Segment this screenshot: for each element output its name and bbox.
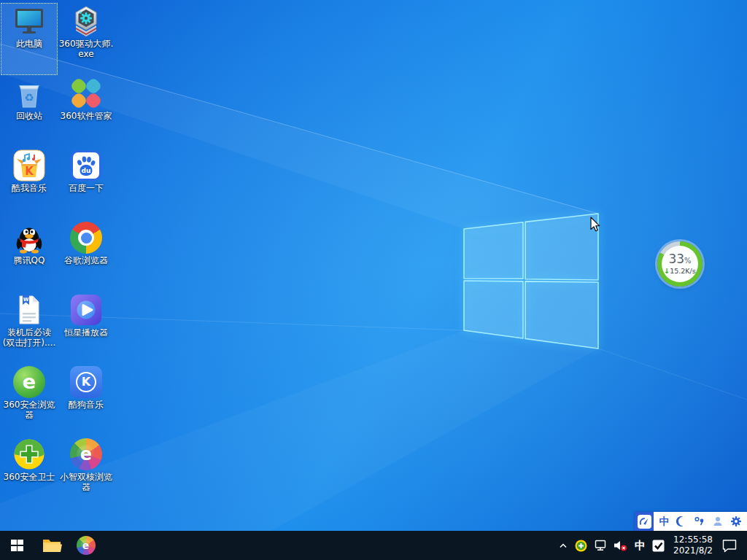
desktop-icon-label: 恒星播放器 bbox=[64, 328, 108, 338]
desktop-icon-label: 360驱动大师.exe bbox=[58, 39, 114, 59]
tray-clock[interactable]: 12:55:58 2021/8/2 bbox=[673, 534, 713, 556]
system-tray: 中 12:55:58 2021/8/2 bbox=[558, 531, 747, 560]
taskbar: e bbox=[0, 531, 747, 560]
desktop-icon-label: 360安全卫士 bbox=[4, 472, 55, 483]
ime-logo-button[interactable] bbox=[635, 512, 654, 531]
desktop-icon-hengxing-player[interactable]: 恒星播放器 bbox=[58, 292, 115, 364]
net-speed-ball[interactable]: 33% ↓15.2K/s bbox=[657, 241, 703, 287]
desktop-icon-360-driver-master[interactable]: 360驱动大师.exe bbox=[58, 3, 115, 75]
desktop-icon-label: 360软件管家 bbox=[61, 112, 112, 122]
desktop-icon-setup-readme[interactable]: W 装机后必读(双击打开).... bbox=[1, 292, 58, 364]
desktop-icon-label: 小智双核浏览器 bbox=[58, 472, 114, 492]
baidu-icon: du bbox=[70, 149, 102, 182]
ime-status-bar: 中 bbox=[635, 512, 747, 531]
desktop-icon-label: 装机后必读(双击打开).... bbox=[1, 328, 57, 348]
start-button[interactable] bbox=[0, 531, 34, 560]
action-center-icon[interactable] bbox=[721, 531, 738, 560]
tray-checkmark-app-icon[interactable] bbox=[652, 531, 665, 560]
tray-time: 12:55:58 bbox=[673, 534, 713, 545]
mouse-cursor bbox=[590, 217, 601, 233]
net-speed-ball-face: 33% ↓15.2K/s bbox=[662, 246, 698, 282]
svg-text:♻: ♻ bbox=[24, 91, 34, 104]
desktop-icon-recycle-bin[interactable]: ♻ 回收站 bbox=[1, 75, 58, 147]
download-arrow-icon: ↓ bbox=[664, 267, 670, 275]
360-driver-master-icon bbox=[70, 5, 102, 37]
ime-chinese-mode-button[interactable]: 中 bbox=[659, 516, 669, 526]
ime-logo-gauge-icon bbox=[638, 515, 651, 529]
tray-360-guard-icon[interactable] bbox=[575, 531, 587, 560]
windows-desktop: 此电脑 bbox=[0, 0, 747, 560]
360-guard-icon bbox=[13, 438, 45, 470]
recycle-bin-icon: ♻ bbox=[13, 77, 45, 109]
desktop-icon-label: 百度一下 bbox=[69, 184, 104, 194]
desktop-icon-360-safe-guard[interactable]: 360安全卫士 bbox=[1, 436, 58, 508]
desktop-icon-360-secure-browser[interactable]: e 360安全浏览器 bbox=[1, 364, 58, 436]
xiaozhi-browser-taskbar-icon: e bbox=[77, 536, 96, 555]
desktop-icon-360-software-manager[interactable]: 360软件管家 bbox=[58, 75, 115, 147]
hidden-icons-chevron[interactable] bbox=[558, 531, 568, 560]
svg-text:K: K bbox=[25, 165, 34, 178]
desktop-icon-google-chrome[interactable]: 谷歌浏览器 bbox=[58, 219, 115, 292]
desktop-icon-label: 谷歌浏览器 bbox=[64, 256, 108, 266]
desktop-icon-kuwo-music[interactable]: K 酷我音乐 bbox=[1, 147, 58, 219]
download-speed: 15.2K/s bbox=[670, 267, 696, 275]
tray-ime-mode-indicator[interactable]: 中 bbox=[635, 540, 646, 551]
windows-start-icon bbox=[11, 540, 23, 552]
xiaozhi-browser-icon: e bbox=[70, 438, 102, 470]
svg-text:du: du bbox=[82, 167, 91, 174]
360-software-manager-icon bbox=[70, 77, 102, 109]
kugou-icon: K bbox=[70, 366, 102, 398]
this-pc-icon bbox=[13, 5, 45, 37]
qq-penguin-icon bbox=[13, 222, 45, 254]
kuwo-music-icon: K bbox=[13, 149, 45, 182]
desktop-icon-label: 酷狗音乐 bbox=[69, 400, 104, 411]
tray-date: 2021/8/2 bbox=[673, 545, 713, 556]
desktop-icon-label: 此电脑 bbox=[16, 39, 42, 50]
desktop-icon-kugou-music[interactable]: K 酷狗音乐 bbox=[58, 364, 115, 436]
star-player-icon bbox=[70, 294, 102, 326]
file-explorer-icon bbox=[42, 537, 62, 554]
desktop-icon-label: 腾讯QQ bbox=[14, 256, 45, 266]
taskbar-file-explorer-button[interactable] bbox=[34, 531, 69, 560]
desktop-icon-this-pc[interactable]: 此电脑 bbox=[1, 3, 58, 75]
memory-percent: 33 bbox=[668, 252, 684, 266]
desktop-icon-label: 360安全浏览器 bbox=[1, 400, 57, 420]
360-browser-icon: e bbox=[13, 366, 45, 398]
desktop-icon-baidu[interactable]: du 百度一下 bbox=[58, 147, 115, 219]
desktop-icon-tencent-qq[interactable]: 腾讯QQ bbox=[1, 219, 58, 292]
readme-document-icon: W bbox=[13, 294, 45, 326]
volume-muted-icon[interactable] bbox=[614, 531, 628, 560]
desktop-icon-label: 酷我音乐 bbox=[12, 184, 47, 194]
svg-text:W: W bbox=[23, 297, 29, 303]
desktop-icon-grid: 此电脑 bbox=[1, 3, 115, 508]
chrome-icon bbox=[70, 222, 102, 254]
desktop-icon-label: 回收站 bbox=[16, 112, 42, 122]
windows-logo bbox=[464, 214, 598, 349]
taskbar-browser-button[interactable]: e bbox=[69, 531, 103, 560]
desktop-icon-xiaozhi-browser[interactable]: e 小智双核浏览器 bbox=[58, 436, 115, 508]
network-icon[interactable] bbox=[594, 531, 607, 560]
percent-unit: % bbox=[684, 257, 692, 265]
